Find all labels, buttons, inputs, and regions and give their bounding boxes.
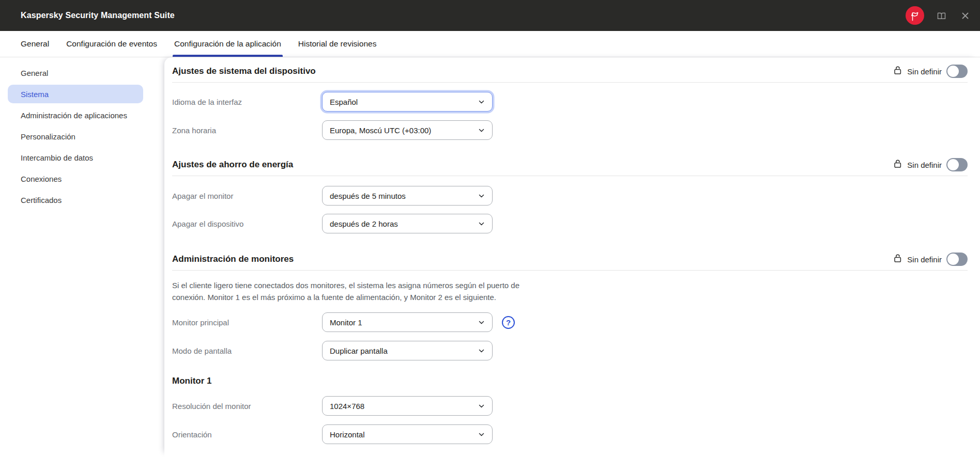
chevron-down-icon [478,220,485,230]
section-title: Ajustes de ahorro de energía [172,160,293,170]
help-book-icon[interactable] [935,9,948,22]
kaspersky-flag-logo-icon[interactable] [906,6,924,25]
unlock-icon [893,66,902,77]
setting-label: Apagar el dispositivo [172,219,322,228]
toggle-knob [947,159,959,170]
setting-label: Orientación [172,430,322,439]
monitor-management-description: Si el cliente ligero tiene conectados do… [172,279,537,303]
undefined-toggle[interactable] [946,65,968,78]
undefined-label: Sin definir [907,67,942,76]
setting-row: Zona horaria Europa, Moscú UTC (+03:00) [172,120,968,140]
body: General Sistema Administración de aplica… [0,57,980,457]
monitor-off-select[interactable]: después de 5 minutos [322,186,493,206]
setting-label: Apagar el monitor [172,192,322,200]
chevron-down-icon [478,98,485,108]
section-monitor-management: Administración de monitores Sin definir [172,253,968,360]
sidebar-item-sistema[interactable]: Sistema [8,85,143,103]
sidebar-item-administracion-de-aplicaciones[interactable]: Administración de aplicaciones [8,106,143,124]
sidebar-item-personalizacion[interactable]: Personalización [8,127,143,146]
section-title: Ajustes de sistema del dispositivo [172,66,316,76]
sidebar-item-intercambio-de-datos[interactable]: Intercambio de datos [8,148,143,167]
setting-row: Monitor principal Monitor 1 [172,312,968,332]
section-monitor-1: Monitor 1 Resolución del monitor 1024×76… [172,375,968,444]
sidebar-item-conexiones[interactable]: Conexiones [8,169,143,188]
section-energy-saving: Ajustes de ahorro de energía Sin definir [172,159,968,233]
undefined-toggle[interactable] [946,253,968,266]
setting-row: Orientación Horizontal [172,424,968,444]
settings-sidebar: General Sistema Administración de aplica… [0,57,164,457]
monitor-resolution-select[interactable]: 1024×768 [322,396,493,416]
tab-historial-de-revisiones[interactable]: Historial de revisiones [298,31,377,57]
interface-language-select[interactable]: Español [322,92,493,112]
undefined-control: Sin definir [893,253,968,266]
tab-general[interactable]: General [21,31,49,57]
close-icon[interactable] [958,9,972,22]
chevron-down-icon [478,127,485,136]
unlock-icon [893,254,902,265]
unlock-icon [893,159,902,170]
orientation-select[interactable]: Horizontal [322,424,493,444]
section-divider [172,270,968,271]
tab-bar: General Configuración de eventos Configu… [0,31,980,57]
setting-label: Modo de pantalla [172,346,322,355]
setting-label: Zona horaria [172,126,322,135]
setting-row: Apagar el monitor después de 5 minutos [172,186,968,206]
chevron-down-icon [478,431,485,440]
setting-row: Idioma de la interfaz Español [172,92,968,112]
setting-label: Monitor principal [172,318,322,327]
undefined-label: Sin definir [907,161,942,169]
section-divider [172,176,968,176]
time-zone-select[interactable]: Europa, Moscú UTC (+03:00) [322,120,493,140]
toggle-knob [947,66,959,77]
chevron-down-icon [478,319,485,328]
section-title: Administración de monitores [172,254,294,264]
sidebar-item-certificados[interactable]: Certificados [8,191,143,209]
sidebar-item-general[interactable]: General [8,64,143,82]
undefined-control: Sin definir [893,65,968,78]
setting-label: Resolución del monitor [172,402,322,411]
setting-label: Idioma de la interfaz [172,98,322,106]
screen-mode-select[interactable]: Duplicar pantalla [322,341,493,360]
section-divider [172,82,968,83]
setting-row: Apagar el dispositivo después de 2 horas [172,214,968,233]
section-title: Monitor 1 [172,376,212,386]
tab-configuracion-de-la-aplicacion[interactable]: Configuración de la aplicación [174,31,281,57]
setting-row: Resolución del monitor 1024×768 [172,396,968,416]
undefined-control: Sin definir [893,158,968,171]
tab-configuracion-de-eventos[interactable]: Configuración de eventos [66,31,157,57]
undefined-label: Sin definir [907,255,942,264]
app-window: Kaspersky Security Management Suite [0,0,980,457]
undefined-toggle[interactable] [946,158,968,171]
settings-content: Ajustes de sistema del dispositivo Sin d… [164,57,980,457]
device-off-select[interactable]: después de 2 horas [322,214,493,233]
chevron-down-icon [478,347,485,357]
main-monitor-select[interactable]: Monitor 1 [322,312,493,332]
chevron-down-icon [478,192,485,202]
help-question-icon[interactable] [502,316,515,329]
title-bar: Kaspersky Security Management Suite [0,0,980,31]
chevron-down-icon [478,402,485,412]
window-title: Kaspersky Security Management Suite [21,11,175,20]
setting-row: Modo de pantalla Duplicar pantalla [172,341,968,360]
section-device-system-settings: Ajustes de sistema del dispositivo Sin d… [172,65,968,140]
title-bar-actions [906,6,972,25]
toggle-knob [947,254,959,265]
